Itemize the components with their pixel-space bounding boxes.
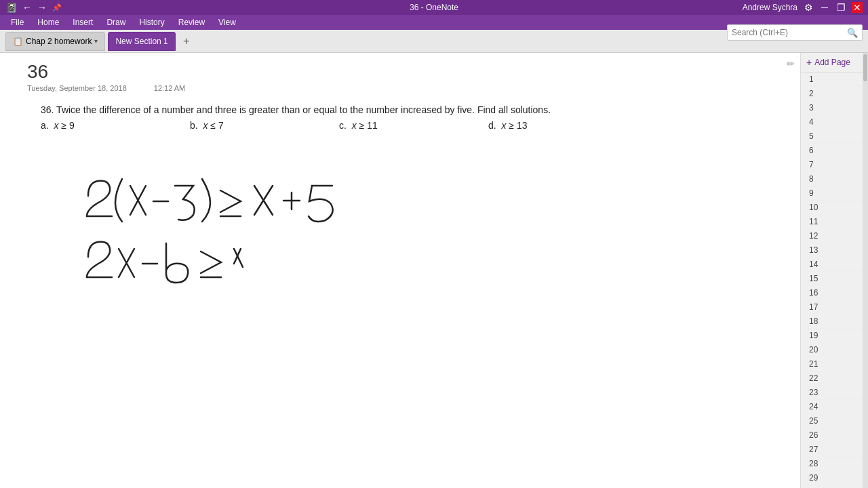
choice-c: c. x ≥ 11 xyxy=(339,120,488,131)
menu-history[interactable]: History xyxy=(134,16,170,28)
page-list-item[interactable]: 14 xyxy=(801,258,868,272)
page-list-item[interactable]: 8 xyxy=(801,172,868,186)
menu-view[interactable]: View xyxy=(213,16,241,28)
titlebar-controls: Andrew Sychra ⚙ ─ ❐ ✕ xyxy=(743,2,863,13)
minimize-button[interactable]: ─ xyxy=(819,2,830,13)
titlebar-left: 📓 ← → 📌 xyxy=(5,2,62,13)
problem-number: 36. xyxy=(41,104,54,115)
page-list-item[interactable]: 24 xyxy=(801,400,868,414)
settings-icon[interactable]: ⚙ xyxy=(803,2,814,13)
notebook-icon: 📋 xyxy=(13,37,23,46)
page-list-item[interactable]: 10 xyxy=(801,201,868,215)
scrollbar[interactable] xyxy=(863,53,868,488)
page-list-item[interactable]: 12 xyxy=(801,229,868,243)
main-layout: ✏ 36 Tuesday, September 18, 2018 12:12 A… xyxy=(0,53,868,488)
menu-review[interactable]: Review xyxy=(173,16,210,28)
section-tab-label: New Section 1 xyxy=(115,37,167,46)
tabbar: 📋 Chap 2 homework ▾ New Section 1 + 🔍 xyxy=(0,30,868,53)
choice-d-label: d. xyxy=(488,120,501,131)
choice-a-value: x ≥ 9 xyxy=(54,120,74,131)
answer-choices: a. x ≥ 9 b. x ≤ 7 c. x ≥ 11 d. x ≥ 13 xyxy=(41,120,760,131)
add-page-button[interactable]: + Add Page xyxy=(801,53,868,73)
onenote-icon: 📓 xyxy=(5,2,17,13)
page-list-item[interactable]: 17 xyxy=(801,300,868,314)
user-name: Andrew Sychra xyxy=(743,3,797,12)
choice-a: a. x ≥ 9 xyxy=(41,120,190,131)
choice-d-value: x ≥ 13 xyxy=(501,120,527,131)
page-list-item[interactable]: 19 xyxy=(801,329,868,343)
choice-b-value: x ≤ 7 xyxy=(203,120,223,131)
add-page-label: Add Page xyxy=(814,58,850,67)
math-canvas xyxy=(41,142,760,291)
quick-access-pin[interactable]: 📌 xyxy=(52,3,62,12)
menu-insert[interactable]: Insert xyxy=(67,16,98,28)
page-list-item[interactable]: 18 xyxy=(801,314,868,329)
page-list-item[interactable]: 27 xyxy=(801,443,868,457)
restore-button[interactable]: ❐ xyxy=(835,2,846,13)
time-text: 12:12 AM xyxy=(154,84,185,92)
page-list-item[interactable]: 16 xyxy=(801,286,868,300)
handwriting-svg xyxy=(68,142,542,291)
add-tab-button[interactable]: + xyxy=(178,33,195,49)
notebook-tab-label: Chap 2 homework xyxy=(26,37,92,46)
content-area: ✏ 36 Tuesday, September 18, 2018 12:12 A… xyxy=(0,53,800,488)
page-list-item[interactable]: 3 xyxy=(801,101,868,115)
page-list-item[interactable]: 21 xyxy=(801,357,868,371)
choice-b-label: b. xyxy=(190,120,203,131)
page-content: 36. Twice the difference of a number and… xyxy=(0,98,800,296)
page-date: Tuesday, September 18, 2018 12:12 AM xyxy=(27,84,773,92)
search-input[interactable] xyxy=(732,28,844,37)
page-list: 1234567891011121314151617181920212223242… xyxy=(801,73,868,488)
menu-file[interactable]: File xyxy=(5,16,29,28)
chevron-down-icon: ▾ xyxy=(94,37,98,45)
page-list-item[interactable]: 5 xyxy=(801,129,868,144)
choice-d: d. x ≥ 13 xyxy=(488,120,637,131)
page-list-item[interactable]: 11 xyxy=(801,215,868,229)
quick-access-back[interactable]: ← xyxy=(22,2,32,13)
page-list-item[interactable]: 20 xyxy=(801,343,868,357)
choice-a-label: a. xyxy=(41,120,54,131)
choice-b: b. x ≤ 7 xyxy=(190,120,339,131)
page-list-item[interactable]: 30 xyxy=(801,485,868,488)
page-list-item[interactable]: 9 xyxy=(801,186,868,201)
page-list-item[interactable]: 2 xyxy=(801,87,868,101)
edit-icon[interactable]: ✏ xyxy=(787,58,795,69)
menu-draw[interactable]: Draw xyxy=(101,16,131,28)
notebook-tab[interactable]: 📋 Chap 2 homework ▾ xyxy=(5,32,105,51)
page-list-item[interactable]: 22 xyxy=(801,371,868,386)
choice-c-label: c. xyxy=(339,120,352,131)
page-list-item[interactable]: 7 xyxy=(801,158,868,172)
page-list-item[interactable]: 26 xyxy=(801,428,868,443)
page-sidebar: + Add Page 12345678910111213141516171819… xyxy=(800,53,868,488)
titlebar: 📓 ← → 📌 36 - OneNote Andrew Sychra ⚙ ─ ❐… xyxy=(0,0,868,15)
choice-c-value: x ≥ 11 xyxy=(352,120,378,131)
page-list-item[interactable]: 1 xyxy=(801,73,868,87)
page-title: 36 xyxy=(27,61,773,83)
page-list-item[interactable]: 23 xyxy=(801,386,868,400)
close-button[interactable]: ✕ xyxy=(852,2,863,13)
window-title: 36 - OneNote xyxy=(410,3,458,12)
page-list-item[interactable]: 6 xyxy=(801,144,868,158)
search-bar: 🔍 xyxy=(727,24,863,41)
page-list-item[interactable]: 15 xyxy=(801,272,868,286)
page-list-item[interactable]: 28 xyxy=(801,457,868,471)
page-list-item[interactable]: 29 xyxy=(801,471,868,485)
page-header: 36 Tuesday, September 18, 2018 12:12 AM xyxy=(0,53,800,98)
page-list-item[interactable]: 13 xyxy=(801,243,868,258)
problem-text: 36. Twice the difference of a number and… xyxy=(41,103,760,117)
problem-description: Twice the difference of a number and thr… xyxy=(54,104,551,115)
section-tab[interactable]: New Section 1 xyxy=(108,32,175,51)
page-list-item[interactable]: 25 xyxy=(801,414,868,428)
date-text: Tuesday, September 18, 2018 xyxy=(27,84,127,92)
page-list-item[interactable]: 4 xyxy=(801,115,868,129)
quick-access-forward[interactable]: → xyxy=(37,2,47,13)
search-icon[interactable]: 🔍 xyxy=(847,28,858,38)
menu-home[interactable]: Home xyxy=(32,16,64,28)
add-page-icon: + xyxy=(806,57,812,68)
scroll-thumb[interactable] xyxy=(863,54,867,81)
